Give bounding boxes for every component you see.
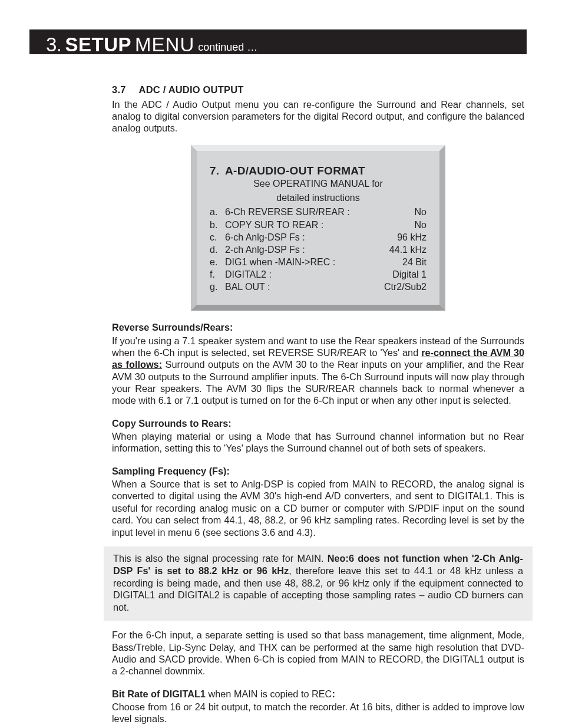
menu-panel-wrap: 7. A-D/AUDIO-OUT FORMAT See OPERATING MA… <box>112 145 524 311</box>
menu-panel-sub2: detailed instructions <box>210 192 427 204</box>
menu-item-key: f. <box>210 268 225 281</box>
menu-item-label: DIG1 when -MAIN->REC : <box>225 256 402 268</box>
para-reverse: If you're using a 7.1 speaker system and… <box>112 335 524 407</box>
section-heading: 3.7 ADC / AUDIO OUTPUT <box>112 84 524 96</box>
menu-item: f.DIGITAL2 : Digital 1 <box>210 268 427 281</box>
menu-item-value: 44.1 kHz <box>389 243 427 256</box>
menu-item-value: No <box>415 206 427 218</box>
menu-item-label: BAL OUT : <box>225 281 384 293</box>
menu-item: b.COPY SUR TO REAR : No <box>210 219 427 231</box>
menu-panel-list: a.6-Ch REVERSE SUR/REAR : No b.COPY SUR … <box>210 206 427 293</box>
para-bitrate: Choose from 16 or 24 bit output, to matc… <box>112 701 524 725</box>
menu-item-label: DIGITAL2 : <box>225 268 392 281</box>
menu-item-value: No <box>415 219 427 231</box>
menu-item: c.6-ch Anlg-DSP Fs : 96 kHz <box>210 231 427 243</box>
note-box: This is also the signal processing rate … <box>104 546 533 621</box>
menu-item-key: c. <box>210 231 225 243</box>
menu-panel-title: A-D/AUDIO-OUT FORMAT <box>225 164 365 178</box>
chapter-title-menu: MENU <box>135 35 194 54</box>
menu-panel-num: 7. <box>210 164 225 178</box>
menu-item-value: 24 Bit <box>402 256 427 268</box>
chapter-number: 3. <box>46 35 62 54</box>
chapter-header-bar: 3. SETUP MENU continued … <box>29 29 527 54</box>
para-fs-1: When a Source that is set to Anlg-DSP is… <box>112 478 524 538</box>
chapter-continued: continued … <box>198 42 257 54</box>
text: Surround outputs on the AVM 30 to the Re… <box>112 359 524 406</box>
menu-item-key: e. <box>210 256 225 268</box>
section-intro: In the ADC / Audio Output menu you can r… <box>112 98 524 134</box>
text: This is also the signal processing rate … <box>113 553 328 564</box>
subhead-bitrate: Bit Rate of DIGITAL1 when MAIN is copied… <box>112 688 524 700</box>
subhead-reverse: Reverse Surrounds/Rears: <box>112 321 524 333</box>
para-copy: When playing material or using a Mode th… <box>112 430 524 454</box>
menu-item-value: Ctr2/Sub2 <box>384 281 427 293</box>
menu-item-label: 6-Ch REVERSE SUR/REAR : <box>225 206 415 218</box>
menu-item: e.DIG1 when -MAIN->REC : 24 Bit <box>210 256 427 268</box>
menu-panel-title-row: 7. A-D/AUDIO-OUT FORMAT <box>210 164 427 178</box>
page: 3. SETUP MENU continued … 3.7 ADC / AUDI… <box>0 0 562 728</box>
menu-item-key: g. <box>210 281 225 293</box>
menu-item-label: 6-ch Anlg-DSP Fs : <box>225 231 397 243</box>
menu-item-value: 96 kHz <box>397 231 427 243</box>
text-bold: Bit Rate of DIGITAL1 <box>112 689 206 699</box>
menu-item-label: COPY SUR TO REAR : <box>225 219 415 231</box>
menu-item-value: Digital 1 <box>392 268 427 281</box>
subhead-fs: Sampling Frequency (Fs): <box>112 465 524 477</box>
menu-item-key: d. <box>210 243 225 256</box>
menu-panel: 7. A-D/AUDIO-OUT FORMAT See OPERATING MA… <box>191 145 445 311</box>
section-number: 3.7 <box>112 84 126 96</box>
text-bold: : <box>332 689 335 699</box>
menu-item: a.6-Ch REVERSE SUR/REAR : No <box>210 206 427 218</box>
menu-item-key: b. <box>210 219 225 231</box>
text: when MAIN is copied to REC <box>206 689 332 699</box>
menu-item: d.2-ch Anlg-DSP Fs : 44.1 kHz <box>210 243 427 256</box>
section-title: ADC / AUDIO OUTPUT <box>139 84 244 96</box>
menu-panel-sub1: See OPERATING MANUAL for <box>210 178 427 190</box>
menu-item-key: a. <box>210 206 225 218</box>
para-fs-2: For the 6-Ch input, a separate setting i… <box>112 629 524 677</box>
chapter-title-setup: SETUP <box>65 35 132 54</box>
menu-item: g.BAL OUT : Ctr2/Sub2 <box>210 281 427 293</box>
subhead-copy: Copy Surrounds to Rears: <box>112 417 524 429</box>
menu-item-label: 2-ch Anlg-DSP Fs : <box>225 243 389 256</box>
body-content: 3.7 ADC / AUDIO OUTPUT In the ADC / Audi… <box>112 84 524 728</box>
